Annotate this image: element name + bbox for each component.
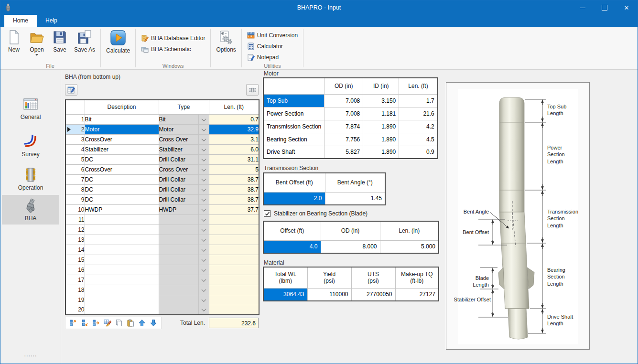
row-number-cell[interactable]: 14 bbox=[65, 245, 85, 255]
description-cell[interactable]: DC bbox=[85, 174, 159, 184]
length-cell[interactable]: 32.9 bbox=[209, 124, 259, 134]
type-dropdown-button[interactable] bbox=[198, 275, 209, 285]
type-dropdown-button[interactable] bbox=[198, 204, 209, 214]
stab-len-value[interactable]: 5.000 bbox=[380, 240, 439, 253]
stabilizer-checkbox[interactable] bbox=[264, 210, 270, 217]
type-cell[interactable] bbox=[159, 295, 198, 305]
type-cell[interactable] bbox=[159, 305, 198, 315]
type-cell[interactable]: Bit bbox=[159, 114, 198, 124]
type-dropdown-button[interactable] bbox=[198, 124, 209, 134]
description-cell[interactable] bbox=[85, 255, 159, 265]
motor-id-cell[interactable]: 1.890 bbox=[363, 120, 399, 133]
row-number-cell[interactable]: 8 bbox=[65, 184, 85, 194]
description-cell[interactable]: Bit bbox=[85, 114, 159, 124]
type-cell[interactable] bbox=[159, 275, 198, 285]
motor-len-cell[interactable]: 0.9 bbox=[399, 146, 438, 159]
minimize-button[interactable] bbox=[572, 0, 594, 15]
length-cell[interactable]: 38.7 bbox=[209, 194, 259, 204]
type-cell[interactable] bbox=[159, 225, 198, 235]
motor-section-name-cell[interactable]: Top Sub bbox=[263, 94, 324, 107]
length-cell[interactable]: 38.7 bbox=[209, 184, 259, 194]
close-button[interactable]: ✕ bbox=[616, 0, 638, 15]
material-yield-value[interactable]: 110000 bbox=[307, 288, 351, 301]
type-dropdown-button[interactable] bbox=[198, 225, 209, 235]
insert-row-above-button[interactable] bbox=[67, 318, 79, 328]
bha-schematic-button[interactable]: BHA Schematic bbox=[138, 43, 208, 54]
tab-help[interactable]: Help bbox=[37, 15, 66, 27]
type-cell[interactable]: HWDP bbox=[159, 204, 198, 214]
description-cell[interactable]: DC bbox=[85, 184, 159, 194]
material-total-wt-value[interactable]: 3064.43 bbox=[263, 288, 307, 301]
description-cell[interactable]: DC bbox=[85, 194, 159, 204]
type-cell[interactable]: Cross Over bbox=[159, 134, 198, 144]
move-row-up-button[interactable] bbox=[136, 318, 148, 328]
sidebar-resize-dots[interactable]: ...... bbox=[0, 353, 61, 357]
description-cell[interactable] bbox=[85, 245, 159, 255]
motor-od-cell[interactable]: 5.827 bbox=[324, 146, 363, 159]
motor-id-cell[interactable]: 1.890 bbox=[363, 133, 399, 146]
row-number-cell[interactable]: 9 bbox=[65, 194, 85, 204]
type-dropdown-button[interactable] bbox=[198, 235, 209, 245]
type-cell[interactable]: Cross Over bbox=[159, 164, 198, 174]
type-dropdown-button[interactable] bbox=[198, 194, 209, 204]
motor-od-cell[interactable]: 7.874 bbox=[324, 120, 363, 133]
row-number-cell[interactable]: 10 bbox=[65, 204, 85, 214]
row-number-cell[interactable]: 3 bbox=[65, 134, 85, 144]
calculator-button[interactable]: Calculator bbox=[244, 41, 301, 52]
motor-len-cell[interactable]: 4.5 bbox=[399, 133, 438, 146]
length-cell[interactable] bbox=[209, 235, 259, 245]
row-number-cell[interactable]: 6 bbox=[65, 164, 85, 174]
row-number-cell[interactable]: 7 bbox=[65, 174, 85, 184]
type-cell[interactable] bbox=[159, 245, 198, 255]
motor-len-cell[interactable]: 21.6 bbox=[399, 107, 438, 120]
length-cell[interactable]: 0.7 bbox=[209, 114, 259, 124]
unit-conversion-button[interactable]: Unit Conversion bbox=[244, 30, 301, 41]
type-cell[interactable]: Drill Collar bbox=[159, 174, 198, 184]
row-number-cell[interactable]: 17 bbox=[65, 275, 85, 285]
description-cell[interactable]: DC bbox=[85, 154, 159, 164]
bent-angle-value[interactable]: 1.45 bbox=[325, 192, 385, 205]
sidebar-item-operation[interactable]: Operation bbox=[2, 164, 59, 194]
row-number-cell[interactable]: 5 bbox=[65, 154, 85, 164]
length-cell[interactable] bbox=[209, 255, 259, 265]
motor-section-name-cell[interactable]: Drive Shaft bbox=[263, 146, 324, 159]
type-dropdown-button[interactable] bbox=[198, 305, 209, 315]
insert-row-below-button[interactable] bbox=[79, 318, 90, 328]
row-number-cell[interactable]: 1 bbox=[65, 114, 85, 124]
type-dropdown-button[interactable] bbox=[198, 214, 209, 225]
description-cell[interactable] bbox=[85, 214, 159, 225]
description-cell[interactable] bbox=[85, 285, 159, 295]
new-button[interactable]: New bbox=[2, 28, 25, 54]
type-dropdown-button[interactable] bbox=[198, 285, 209, 295]
type-dropdown-button[interactable] bbox=[198, 184, 209, 194]
material-uts-value[interactable]: 27700050 bbox=[351, 288, 395, 301]
length-cell[interactable]: 38.7 bbox=[209, 174, 259, 184]
type-dropdown-button[interactable] bbox=[198, 164, 209, 174]
type-dropdown-button[interactable] bbox=[198, 134, 209, 144]
description-cell[interactable] bbox=[85, 235, 159, 245]
length-cell[interactable] bbox=[209, 214, 259, 225]
motor-od-cell[interactable]: 7.008 bbox=[324, 107, 363, 120]
row-number-cell[interactable]: 13 bbox=[65, 235, 85, 245]
tab-home[interactable]: Home bbox=[4, 15, 37, 27]
type-cell[interactable]: Drill Collar bbox=[159, 194, 198, 204]
description-cell[interactable] bbox=[85, 275, 159, 285]
type-cell[interactable] bbox=[159, 285, 198, 295]
row-number-cell[interactable]: 20 bbox=[65, 305, 85, 315]
length-cell[interactable]: 3.1 bbox=[209, 134, 259, 144]
length-cell[interactable] bbox=[209, 285, 259, 295]
delete-row-button[interactable] bbox=[90, 318, 102, 328]
length-cell[interactable]: 31.1 bbox=[209, 154, 259, 164]
row-number-cell[interactable]: 2 bbox=[65, 124, 85, 134]
type-cell[interactable]: Stabilizer bbox=[159, 144, 198, 154]
length-cell[interactable]: 6.0 bbox=[209, 144, 259, 154]
length-cell[interactable]: 5 bbox=[209, 164, 259, 174]
bha-database-lookup-button[interactable] bbox=[65, 84, 77, 96]
length-cell[interactable] bbox=[209, 275, 259, 285]
length-cell[interactable] bbox=[209, 265, 259, 275]
type-cell[interactable] bbox=[159, 235, 198, 245]
row-number-cell[interactable]: 15 bbox=[65, 255, 85, 265]
motor-od-cell[interactable]: 7.756 bbox=[324, 133, 363, 146]
row-number-cell[interactable]: 4 bbox=[65, 144, 85, 154]
type-dropdown-button[interactable] bbox=[198, 114, 209, 124]
